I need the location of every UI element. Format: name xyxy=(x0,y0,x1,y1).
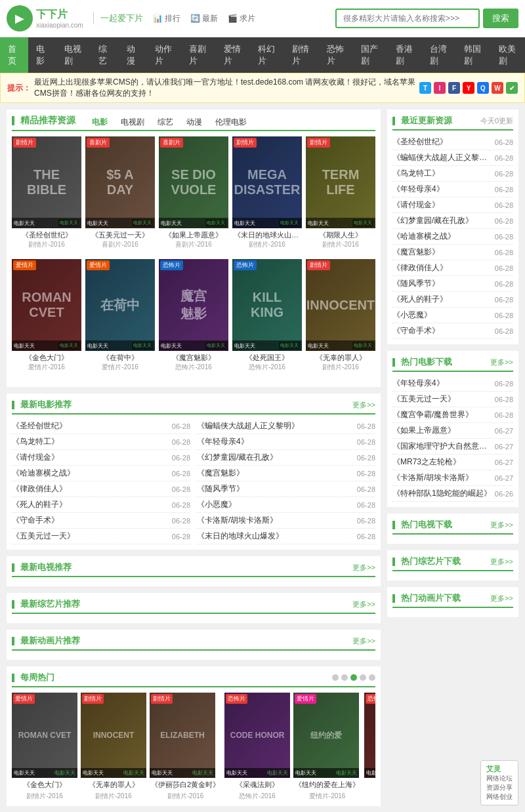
movie-link[interactable]: 《圣经创世纪》 xyxy=(12,420,169,432)
youtube-icon[interactable]: Y xyxy=(463,82,474,94)
dot-1[interactable] xyxy=(332,674,339,681)
dot-3[interactable] xyxy=(350,674,357,681)
movie-link[interactable]: 《魔宫魅影》 xyxy=(197,468,354,479)
hot-movies-dl-more[interactable]: 更多>> xyxy=(490,357,513,367)
sidebar-movie-link[interactable]: 《蝙蝠侠大战超人正义黎明》 xyxy=(392,152,495,163)
movie-link[interactable]: 《卡洛斯/胡埃卡洛斯》 xyxy=(197,515,354,526)
movie-link[interactable]: 《请付现金》 xyxy=(12,452,169,463)
movie-link[interactable]: 《年轻母亲4》 xyxy=(197,436,354,447)
nav-kr[interactable]: 韩国剧 xyxy=(456,37,490,73)
weekly-card-4[interactable]: CODE HONOR 恐怖片 电影天天 电影天天 《采魂法则》 恐怖片-2016 xyxy=(224,693,290,801)
movie-link[interactable]: 《死人的鞋子》 xyxy=(12,499,169,510)
nav-romance[interactable]: 爱情片 xyxy=(216,37,250,73)
tab-ethics[interactable]: 伦理电影 xyxy=(209,115,253,131)
sidebar-movie-link[interactable]: 《幻梦童园/藏在孔敌》 xyxy=(392,215,495,226)
nav-comedy[interactable]: 喜剧片 xyxy=(181,37,215,73)
request-nav[interactable]: 🎬 求片 xyxy=(228,13,255,24)
nav-eu[interactable]: 欧美剧 xyxy=(491,37,525,73)
sidebar-movie-link[interactable]: 《守命手术》 xyxy=(392,325,495,336)
tab-anime[interactable]: 动漫 xyxy=(180,115,209,131)
sidebar-movie-link[interactable]: 《鸟龙特工》 xyxy=(392,168,495,179)
movie-card-5[interactable]: TERMLIFE 剧情片 电影天天 电影天天 《期限人生》 剧情片-2016 xyxy=(306,136,375,251)
search-button[interactable]: 搜索 xyxy=(483,9,518,28)
weekly-card-6[interactable]: 泄密之心 恐怖片 电影天天 电影天天 《泄密之心》 剧情片-2016 xyxy=(364,693,375,801)
movie-link[interactable]: 《末日的地球火山爆发》 xyxy=(197,531,354,542)
hot-anime-dl-more[interactable]: 更多>> xyxy=(490,594,513,603)
movie-card-6[interactable]: ROMANCVET 爱情片 电影天天 电影天天 《金色大门》 爱情片-2016 xyxy=(12,259,81,374)
movie-card-2[interactable]: $5 ADAY 喜剧片 电影天天 电影天天 《五美元过一天》 喜剧片-2016 xyxy=(85,136,155,251)
sidebar-movie-link[interactable]: 《魔宫争霸/魔兽世界》 xyxy=(392,409,495,420)
movie-card-10[interactable]: INNOCENT 剧情片 电影天天 电影天天 《无辜的罪人》 剧情片-2016 xyxy=(306,259,375,374)
sidebar-movie-link[interactable]: 《如果上帝愿意》 xyxy=(392,425,495,436)
latest-tv-more[interactable]: 更多>> xyxy=(352,563,375,573)
nav-action[interactable]: 动作片 xyxy=(147,37,181,73)
weekly-card-3[interactable]: ELIZABETH 剧情片 电影天天 电影天天 《伊丽莎白2黄金时》 剧情片-2… xyxy=(150,693,221,801)
nav-anime[interactable]: 动漫 xyxy=(119,37,147,73)
dot-4[interactable] xyxy=(360,674,366,681)
sidebar-movie-link[interactable]: 《哈迪寨横之战》 xyxy=(392,231,495,242)
tab-variety[interactable]: 综艺 xyxy=(151,115,180,131)
movie-link[interactable]: 《鸟龙特工》 xyxy=(12,436,169,447)
weekly-card-5[interactable]: 纽约的爱 爱情片 电影天天 电影天天 《纽约的爱在上海》 爱情片-2016 xyxy=(293,693,361,801)
nav-movie[interactable]: 电影 xyxy=(28,37,56,73)
sidebar-movie-link[interactable]: 《MR73之左轮枪》 xyxy=(392,457,495,468)
sidebar-movie-link[interactable]: 《圣经创世纪》 xyxy=(392,136,495,148)
nav-tv[interactable]: 电视剧 xyxy=(56,37,91,73)
movie-card-4[interactable]: MEGADISASTER 剧情片 电影天天 电影天天 《末日的地球火山爆》 剧情… xyxy=(232,136,302,251)
sidebar-movie-link[interactable]: 《年轻母亲4》 xyxy=(392,184,495,195)
nav-cn[interactable]: 国产剧 xyxy=(353,37,387,73)
sidebar-movie-link[interactable]: 《国家地理守护大自然意大利》 xyxy=(392,441,495,452)
latest-movies-more[interactable]: 更多>> xyxy=(352,400,375,410)
nav-hk[interactable]: 香港剧 xyxy=(388,37,422,73)
latest-anime-more[interactable]: 更多>> xyxy=(352,636,375,646)
hot-variety-dl-more[interactable]: 更多>> xyxy=(490,557,513,567)
search-input[interactable] xyxy=(335,9,480,28)
instagram-icon[interactable]: I xyxy=(434,82,446,94)
movie-card-3[interactable]: SE DIOVUOLE 喜剧片 电影天天 电影天天 《如果上帝愿意》 喜剧片-2… xyxy=(159,136,228,251)
movie-card-8[interactable]: 魔宫魅影 恐怖片 电影天天 电影天天 《魔宫魅影》 恐怖片-2016 xyxy=(159,259,228,374)
sidebar-movie-link[interactable]: 《请付现金》 xyxy=(392,199,495,211)
sidebar-movie-link[interactable]: 《卡洛斯/胡埃卡洛斯》 xyxy=(392,472,495,483)
sidebar-movie-link[interactable]: 《随风季节》 xyxy=(392,278,495,289)
weekly-card-1[interactable]: ROMAN CVET 爱情片 电影天天 电影天天 《金色大门》 剧情片-2016 xyxy=(12,693,77,801)
nav-tw[interactable]: 台湾剧 xyxy=(422,37,456,73)
nav-horror[interactable]: 恐怖片 xyxy=(319,37,353,73)
weekly-card-2[interactable]: INNOCENT 剧情片 电影天天 电影天天 《无辜的罪人》 剧情片-2016 xyxy=(81,693,146,801)
social-icon-6[interactable]: W xyxy=(492,82,503,94)
sidebar-movie-link[interactable]: 《律政俏佳人》 xyxy=(392,262,495,274)
movie-card-7[interactable]: 在荷中 爱情片 电影天天 电影天天 《在荷中》 爱情片-2016 xyxy=(85,259,155,374)
movie-link[interactable]: 《小恶魔》 xyxy=(197,499,354,510)
twitter-icon[interactable]: T xyxy=(419,82,431,94)
movie-card-1[interactable]: THEBIBLE 剧情片 电影天天 电影天天 《圣经创世纪》 剧情片-2016 xyxy=(12,136,81,251)
tab-movie[interactable]: 电影 xyxy=(85,115,114,131)
facebook-icon[interactable]: F xyxy=(448,82,460,94)
tab-tv[interactable]: 电视剧 xyxy=(114,115,151,131)
movie-link[interactable]: 《蝙蝠侠大战超人正义黎明》 xyxy=(197,420,354,432)
movie-link[interactable]: 《随风季节》 xyxy=(197,483,354,495)
hot-variety-dl-header: 热门综艺片下载 更多>> xyxy=(392,556,513,571)
dot-2[interactable] xyxy=(341,674,348,681)
movie-link[interactable]: 《幻梦童园/藏在孔敌》 xyxy=(197,452,354,463)
hot-tv-dl-more[interactable]: 更多>> xyxy=(490,520,513,530)
latest-variety-more[interactable]: 更多>> xyxy=(352,599,375,609)
nav-drama[interactable]: 剧情片 xyxy=(284,37,318,73)
sidebar-movie-link[interactable]: 《死人的鞋子》 xyxy=(392,294,495,305)
dot-5[interactable] xyxy=(369,674,375,681)
nav-home[interactable]: 首页 xyxy=(0,37,28,73)
sidebar-movie-link[interactable]: 《小恶魔》 xyxy=(392,310,495,321)
sidebar-movie-link[interactable]: 《魔宫魅影》 xyxy=(392,247,495,258)
latest-nav[interactable]: 🔄 最新 xyxy=(190,13,218,24)
social-icon-5[interactable]: Q xyxy=(477,82,489,94)
nav-variety[interactable]: 综艺 xyxy=(91,37,119,73)
ranking-nav[interactable]: 📊 排行 xyxy=(153,13,180,24)
sidebar-movie-link[interactable]: 《年轻母亲4》 xyxy=(392,378,495,389)
movie-link[interactable]: 《守命手术》 xyxy=(12,515,169,526)
social-icon-7[interactable]: ✔ xyxy=(506,82,518,94)
sidebar-movie-link[interactable]: 《特种部队1隐蛇能的崛起》 xyxy=(392,488,495,499)
movie-link[interactable]: 《五美元过一天》 xyxy=(12,531,169,542)
nav-scifi[interactable]: 科幻片 xyxy=(250,37,284,73)
movie-link[interactable]: 《律政俏佳人》 xyxy=(12,483,169,495)
movie-link[interactable]: 《哈迪寨横之战》 xyxy=(12,468,169,479)
sidebar-movie-link[interactable]: 《五美元过一天》 xyxy=(392,394,495,405)
movie-card-9[interactable]: KILLKING 恐怖片 电影天天 电影天天 《处死国王》 恐怖片-2016 xyxy=(232,259,302,374)
